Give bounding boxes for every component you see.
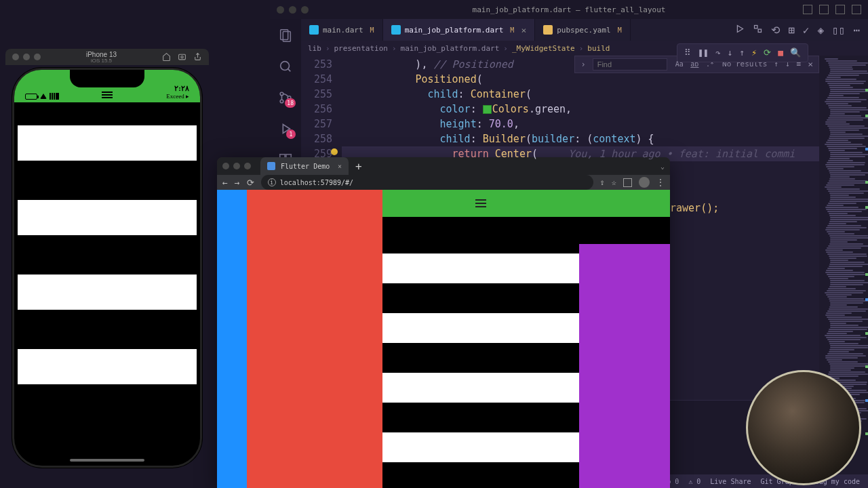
list-item[interactable]	[18, 349, 197, 384]
profile-avatar-icon[interactable]	[639, 177, 650, 188]
traffic-lights[interactable]	[222, 163, 251, 169]
list-item[interactable]	[382, 253, 579, 283]
webcam-overlay[interactable]: ×	[746, 370, 861, 485]
editor-tab[interactable]: pubspec.yamlM	[535, 19, 631, 41]
line-gutter[interactable]: 253254255256257258259	[301, 56, 339, 161]
traffic-min[interactable]	[23, 54, 30, 60]
grip-icon[interactable]: ⠿	[684, 45, 691, 60]
status-item[interactable]: Live Share	[710, 478, 751, 485]
code-line[interactable]: Positioned(	[342, 72, 819, 87]
extensions-icon[interactable]	[623, 178, 632, 187]
panel-bottom-icon[interactable]	[819, 5, 829, 14]
traffic-close[interactable]	[222, 163, 229, 169]
breadcrumb-segment[interactable]: presentation	[334, 44, 388, 53]
traffic-max[interactable]	[301, 6, 309, 14]
phone-menu-icon[interactable]	[102, 94, 113, 96]
home-indicator[interactable]	[70, 459, 144, 462]
code-line[interactable]: return Center( You, 1 hour ago • feat: i…	[342, 146, 819, 161]
list-item[interactable]	[18, 125, 197, 161]
traffic-max[interactable]	[34, 54, 41, 60]
layout-buttons[interactable]	[803, 5, 861, 14]
breadcrumb-segment[interactable]: _MyWidgetState	[512, 44, 575, 53]
diff-icon[interactable]: ◈	[817, 24, 824, 37]
find-input[interactable]	[593, 58, 667, 70]
reload-icon[interactable]: ⟳	[247, 178, 254, 188]
pause-icon[interactable]: ❚❚	[698, 45, 709, 60]
code-line[interactable]: child: Builder(builder: (context) {	[342, 131, 819, 146]
more-icon[interactable]: ⋯	[853, 24, 860, 37]
layout-icon[interactable]	[852, 5, 861, 14]
search-icon[interactable]	[277, 58, 294, 75]
step-over-icon[interactable]: ↷	[715, 45, 721, 60]
compare-icon[interactable]: ⟲	[771, 24, 780, 37]
status-item[interactable]: ⚠ 0	[688, 478, 701, 485]
debug-toolbar[interactable]: ⠿ ❚❚ ↷ ↓ ↑ ⚡ ⟳ ■ 🔍	[677, 43, 808, 62]
screenshot-icon[interactable]	[178, 51, 186, 64]
browser-tab[interactable]: Flutter Demo ×	[260, 157, 349, 175]
run-icon[interactable]	[734, 24, 745, 37]
close-icon[interactable]: ×	[521, 25, 526, 35]
iphone-simulator[interactable]: ٢:٢٨ Exceed ▸	[12, 68, 202, 468]
explorer-icon[interactable]	[277, 27, 294, 43]
step-out-icon[interactable]: ↑	[740, 45, 745, 60]
find-close-icon[interactable]: ×	[808, 57, 813, 72]
panel-right-icon[interactable]	[835, 5, 845, 14]
list-item[interactable]	[382, 373, 579, 403]
tabs-dropdown-icon[interactable]: ⌄	[660, 163, 665, 170]
breadcrumb-segment[interactable]: main_job_platform.dart	[401, 44, 500, 53]
split-editor-icon[interactable]: ▯▯	[832, 24, 845, 37]
restart-icon[interactable]: ⟳	[764, 45, 771, 60]
traffic-close[interactable]	[12, 54, 19, 60]
appbar-green[interactable]	[382, 190, 579, 217]
close-tab-icon[interactable]: ×	[338, 163, 342, 170]
debug-icon[interactable]: 1	[277, 121, 294, 137]
code-line[interactable]: color: Colors.green,	[342, 102, 819, 117]
line-number[interactable]: 253	[301, 57, 332, 72]
kebab-menu-icon[interactable]: ⋮	[656, 178, 665, 187]
overview-ruler[interactable]	[865, 56, 868, 474]
back-icon[interactable]: ←	[222, 178, 228, 188]
menu-icon[interactable]	[475, 203, 486, 204]
line-number[interactable]: 256	[301, 102, 332, 117]
new-tab-icon[interactable]: +	[355, 160, 362, 173]
breadcrumb-segment[interactable]: lib	[308, 44, 321, 53]
list-item[interactable]	[382, 432, 579, 462]
list-item[interactable]	[382, 313, 579, 343]
home-icon[interactable]	[162, 51, 171, 64]
line-number[interactable]: 258	[301, 131, 332, 146]
phone-app-screen[interactable]	[16, 102, 198, 462]
editor-tab[interactable]: main_job_platform.dartM×	[383, 19, 536, 41]
bookmark-icon[interactable]: ☆	[612, 178, 616, 187]
address-bar[interactable]: i localhost:57989/#/	[261, 175, 593, 190]
source-control-icon[interactable]: 18	[277, 89, 294, 106]
traffic-lights[interactable]	[277, 6, 309, 14]
breadcrumb-segment[interactable]: build	[587, 44, 610, 53]
webapp-viewport[interactable]	[217, 190, 670, 488]
editor-tab[interactable]: main.dartM	[301, 19, 383, 41]
panel-left-icon[interactable]	[803, 5, 812, 14]
stop-icon[interactable]: ■	[778, 45, 783, 60]
hot-reload-icon[interactable]: ⚡	[751, 45, 757, 60]
share-icon[interactable]	[193, 51, 202, 64]
find-expand-icon[interactable]: ›	[580, 57, 585, 72]
traffic-max[interactable]	[244, 163, 251, 169]
split-icon[interactable]: ⊞	[788, 24, 795, 37]
forward-icon[interactable]: →	[235, 178, 240, 188]
code-line[interactable]: height: 70.0,	[342, 117, 819, 131]
step-into-icon[interactable]: ↓	[728, 45, 733, 60]
traffic-close[interactable]	[277, 6, 284, 14]
code-line[interactable]: child: Container(	[342, 87, 819, 102]
line-number[interactable]: 257	[301, 117, 332, 131]
lightbulb-icon[interactable]	[331, 148, 338, 155]
site-info-icon[interactable]: i	[268, 178, 276, 186]
list-item[interactable]	[18, 274, 197, 310]
traffic-min[interactable]	[233, 163, 240, 169]
vscode-titlebar[interactable]: main_job_platform.dart — flutter_all_lay…	[270, 0, 868, 19]
line-number[interactable]: 255	[301, 87, 332, 102]
list-item[interactable]	[18, 200, 197, 235]
checkmark-icon[interactable]: ✓	[803, 24, 810, 37]
traffic-lights[interactable]	[12, 54, 41, 60]
share-page-icon[interactable]: ⇪	[600, 178, 605, 187]
debug-start-icon[interactable]	[753, 24, 763, 37]
line-number[interactable]: 254	[301, 72, 332, 87]
